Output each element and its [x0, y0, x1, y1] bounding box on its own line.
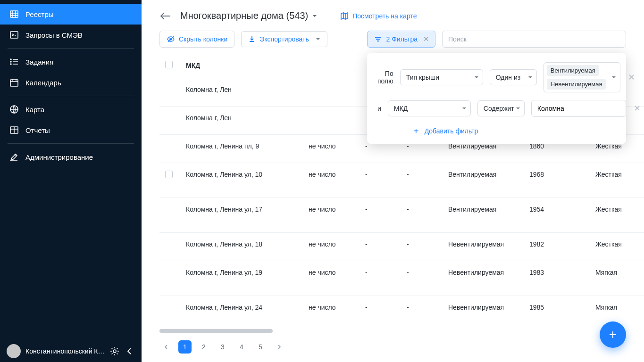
pen-icon [9, 152, 19, 162]
column-header[interactable]: МКД [180, 53, 303, 78]
page-button[interactable]: 3 [216, 340, 229, 354]
avatar[interactable] [7, 344, 21, 358]
settings-icon[interactable] [109, 346, 120, 356]
svg-point-8 [113, 350, 116, 353]
globe-icon [9, 105, 19, 114]
sidebar-item-label: Запросы в СМЭВ [25, 31, 83, 39]
filter-field-value: МКД [394, 105, 408, 112]
back-button[interactable] [159, 11, 172, 21]
filters-label: 2 Фильтра [386, 35, 418, 43]
export-button[interactable]: Экспортировать [241, 31, 327, 47]
divider [8, 143, 134, 144]
terminal-icon [9, 30, 19, 40]
main: Многоквартирные дома (543) Посмотреть на… [142, 0, 644, 362]
divider [8, 96, 134, 96]
hide-columns-label: Скрыть колонки [179, 35, 227, 43]
by-field-label: По полю [377, 70, 393, 85]
page-button[interactable]: 5 [254, 340, 267, 354]
filter-field-select[interactable]: МКД [388, 100, 471, 116]
clear-row-icon[interactable]: ✕ [627, 72, 636, 82]
pagination: 1 2 3 4 5 [142, 336, 644, 362]
sidebar-item-label: Задания [25, 58, 53, 66]
plus-icon: + [609, 327, 617, 342]
table-row[interactable]: Коломна г, Ленина ул, 19не число--Невент… [159, 261, 644, 296]
username: Константинопольский К. К. [25, 347, 105, 355]
filter-field-value: Тип крыши [406, 74, 439, 81]
download-icon [248, 35, 256, 43]
svg-point-3 [10, 61, 11, 62]
view-on-map-label: Посмотреть на карте [352, 12, 417, 20]
toolbar: Скрыть колонки Экспортировать 2 Фильтра … [142, 28, 644, 53]
sidebar-item-label: Реестры [25, 10, 54, 18]
plus-icon: + [413, 126, 419, 136]
filter-field-select[interactable]: Тип крыши [400, 69, 483, 85]
filter-icon [374, 36, 382, 42]
sidebar-item-map[interactable]: Карта [0, 99, 142, 120]
svg-rect-5 [10, 80, 18, 86]
sidebar-item-label: Администрирование [25, 153, 93, 161]
svg-point-2 [10, 59, 11, 60]
eye-off-icon [167, 35, 175, 43]
scrollbar-thumb[interactable] [159, 329, 273, 333]
filter-value-input[interactable] [531, 100, 626, 117]
sidebar-item-calendar[interactable]: Календарь [0, 72, 142, 93]
sidebar-footer: Константинопольский К. К. [0, 340, 142, 362]
filter-panel: По полю Тип крыши Один из Вентилируемая … [367, 53, 626, 144]
table-row[interactable]: Коломна г, Ленина ул, 10не число--Вентил… [159, 163, 644, 197]
svg-rect-0 [10, 11, 18, 17]
filter-op-select[interactable]: Один из [490, 69, 537, 85]
grid-icon [9, 9, 19, 19]
search-input[interactable] [442, 31, 626, 48]
view-on-map-link[interactable]: Посмотреть на карте [340, 12, 417, 20]
chevron-down-icon [316, 37, 320, 41]
page-button[interactable]: 1 [178, 340, 192, 354]
sidebar-item-admin[interactable]: Администрирование [0, 147, 142, 167]
table-row[interactable]: Коломна г, Ленина ул, 24не число--Невент… [159, 296, 644, 324]
sidebar-item-smev[interactable]: Запросы в СМЭВ [0, 25, 142, 45]
add-fab[interactable]: + [600, 321, 626, 348]
filters-chip[interactable]: 2 Фильтра ✕ [367, 31, 436, 48]
table-icon [9, 125, 19, 135]
next-page-button[interactable] [273, 340, 286, 354]
sidebar-item-label: Отчеты [25, 126, 50, 134]
row-checkbox[interactable] [165, 171, 173, 178]
chevron-down-icon [528, 75, 533, 80]
horizontal-scrollbar[interactable] [159, 329, 626, 333]
page-title-text: Многоквартирные дома (543) [180, 10, 308, 21]
add-filter-button[interactable]: + Добавить фильтр [413, 126, 478, 136]
filter-chip[interactable]: Вентилируемая [547, 65, 599, 76]
filter-value-chips[interactable]: Вентилируемая Невентилируемая [544, 62, 621, 92]
table-row[interactable]: Коломна г, Ленина ул, 18не число--Невент… [159, 232, 644, 261]
clear-row-icon[interactable]: ✕ [633, 103, 642, 114]
svg-point-4 [10, 64, 11, 65]
export-label: Экспортировать [259, 35, 309, 43]
chevron-down-icon [474, 75, 479, 80]
select-all-checkbox[interactable] [165, 61, 173, 68]
hide-columns-button[interactable]: Скрыть колонки [159, 31, 234, 48]
table-row[interactable]: Коломна г, Ленина ул, 17не число--Вентил… [159, 197, 644, 232]
page-button[interactable]: 2 [197, 340, 210, 354]
chevron-down-icon [516, 106, 520, 111]
column-header[interactable] [303, 53, 360, 78]
collapse-icon[interactable] [125, 346, 135, 356]
clear-filters-icon[interactable]: ✕ [422, 35, 430, 43]
map-icon [340, 12, 349, 20]
calendar-icon [9, 78, 19, 87]
filter-row-2: и МКД Содержит ✕ [377, 100, 616, 117]
prev-page-button[interactable] [159, 340, 173, 354]
header: Многоквартирные дома (543) Посмотреть на… [142, 0, 644, 28]
list-icon [9, 57, 19, 66]
sidebar-item-tasks[interactable]: Задания [0, 51, 142, 72]
page-title: Многоквартирные дома (543) [180, 10, 318, 21]
page-button[interactable]: 4 [235, 340, 248, 354]
divider [8, 48, 134, 49]
chevron-down-icon [462, 106, 467, 111]
filter-op-select[interactable]: Содержит [477, 100, 525, 116]
chevron-down-icon [611, 75, 616, 80]
title-dropdown[interactable] [312, 13, 318, 19]
sidebar: Реестры Запросы в СМЭВ Задания Календарь… [0, 0, 142, 362]
sidebar-item-registries[interactable]: Реестры [0, 4, 142, 25]
filter-chip[interactable]: Невентилируемая [547, 79, 606, 90]
sidebar-item-label: Календарь [25, 79, 61, 87]
sidebar-item-reports[interactable]: Отчеты [0, 120, 142, 140]
